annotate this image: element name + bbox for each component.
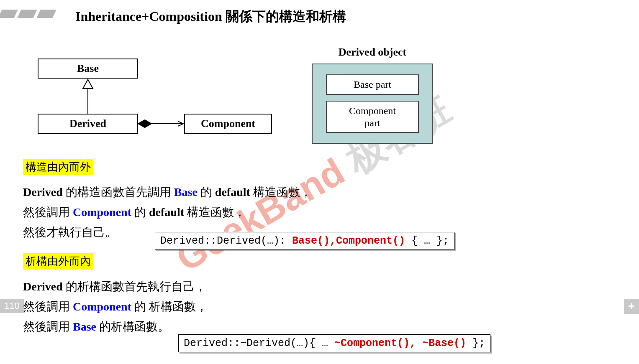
derived-object-diagram: Derived object Base part Component part (312, 46, 433, 144)
section2-line1: Derived 的析構函數首先執行自己， (23, 277, 617, 296)
content-area: 構造由內而外 Derived 的構造函數首先調用 Base 的 default … (23, 159, 617, 337)
text: 的 (198, 186, 215, 199)
text-derived: Derived (23, 280, 63, 293)
text: 構造函數， (184, 206, 246, 219)
uml-component-box: Component (184, 114, 272, 134)
text: 的析構函數。 (96, 320, 169, 333)
uml-derived-box: Derived (38, 114, 138, 134)
page-title: Inheritance+Composition 關係下的構造和析構 (75, 8, 346, 26)
page-number-badge: 110 (0, 299, 24, 313)
section2-heading: 析構由外而內 (23, 253, 93, 270)
text-default: default (215, 186, 250, 199)
base-part-box: Base part (326, 74, 419, 95)
section2-line3: 然後調用 Base 的析構函數。 (23, 317, 617, 336)
text: 然後調用 (23, 300, 73, 313)
text-component-blue: Component (73, 300, 131, 313)
code-text: Derived::~Derived(…){ … (184, 337, 334, 349)
svg-marker-3 (138, 120, 151, 127)
code-red-text: ~Component(), ~Base() (334, 337, 466, 349)
section1-line1: Derived 的構造函數首先調用 Base 的 default 構造函數， (23, 183, 617, 202)
text: 的 析構函數， (131, 300, 208, 313)
component-part-label-1: Component (349, 105, 396, 116)
uml-diagram: Base Derived Component (38, 59, 272, 138)
plus-badge[interactable]: + (624, 299, 639, 314)
uml-base-box: Base (38, 59, 138, 79)
text: 然後調用 (23, 206, 73, 219)
section2-line2: 然後調用 Component 的 析構函數， (23, 297, 617, 316)
text: 的析構函數首先執行自己， (63, 280, 206, 293)
text-default: default (149, 206, 184, 219)
svg-marker-1 (83, 79, 93, 89)
section1-line2: 然後調用 Component 的 default 構造函數， (23, 203, 617, 222)
stripe-icon (36, 10, 56, 18)
derived-object-outer: Base part Component part (312, 64, 433, 144)
text-derived: Derived (23, 186, 63, 199)
derived-object-title: Derived object (312, 46, 433, 59)
component-part-label-2: part (364, 117, 380, 128)
section1-line3: 然後才執行自己。 (23, 223, 617, 242)
stripe-icon (0, 10, 18, 18)
text-base-blue: Base (73, 320, 96, 333)
header-stripes (0, 10, 54, 18)
text: 構造函數， (250, 186, 312, 199)
text: 然後調用 (23, 320, 73, 333)
code-text: }; (466, 337, 485, 349)
component-part-box: Component part (326, 101, 419, 133)
section1-heading: 構造由內而外 (23, 159, 93, 175)
text-component-blue: Component (73, 206, 131, 219)
text-base-blue: Base (174, 186, 198, 199)
stripe-icon (17, 10, 37, 18)
text: 的 (131, 206, 149, 219)
text: 的構造函數首先調用 (63, 186, 174, 199)
